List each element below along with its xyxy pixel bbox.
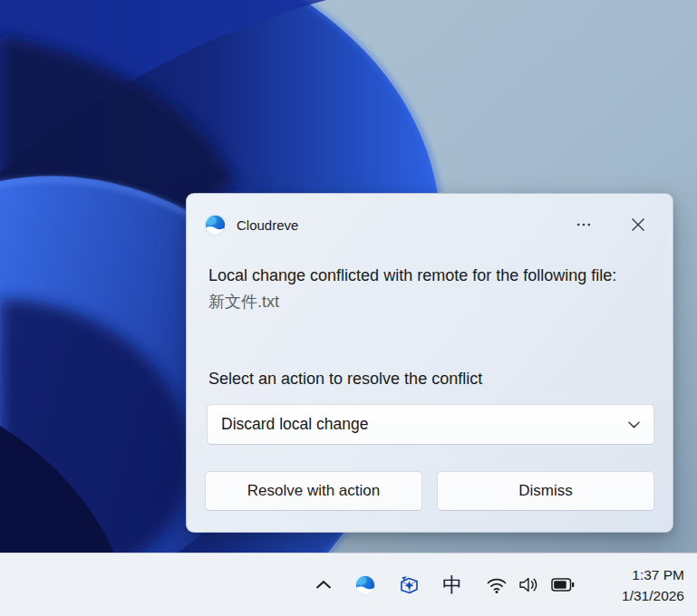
close-icon xyxy=(631,217,645,232)
clock-date: 1/31/2026 xyxy=(587,585,684,606)
show-hidden-icons-button[interactable] xyxy=(313,573,334,598)
taskbar: 中 1:3 xyxy=(0,553,697,616)
action-prompt-label: Select an action to resolve the conflict xyxy=(208,370,658,389)
desktop: Cloudreve Local change conflicted wit xyxy=(0,0,697,616)
toast-app-title: Cloudreve xyxy=(237,217,298,233)
resolve-with-action-button[interactable]: Resolve with action xyxy=(205,471,422,511)
toast-controls xyxy=(572,213,654,236)
conflict-action-dropdown[interactable]: Discard local change xyxy=(207,404,654,445)
more-options-button[interactable] xyxy=(572,213,595,236)
toast-header: Cloudreve xyxy=(204,213,654,236)
dismiss-button[interactable]: Dismiss xyxy=(437,471,654,511)
chevron-down-icon xyxy=(628,421,640,428)
dropdown-selected-value: Discard local change xyxy=(221,415,628,434)
volume-icon xyxy=(518,576,540,593)
wifi-icon xyxy=(486,576,508,594)
system-tray: 中 1:3 xyxy=(313,553,697,616)
battery-icon xyxy=(551,578,575,592)
cube-app-tray-icon[interactable] xyxy=(397,573,421,597)
cloudreve-tray-icon[interactable] xyxy=(354,574,376,596)
cloudreve-notification-toast[interactable]: Cloudreve Local change conflicted wit xyxy=(186,193,673,533)
cloudreve-app-icon xyxy=(204,214,227,236)
conflict-file-name: 新文件.txt xyxy=(208,289,658,315)
chevron-up-icon xyxy=(315,580,333,590)
toast-message: Local change conflicted with remote for … xyxy=(208,263,658,315)
close-button[interactable] xyxy=(626,213,650,236)
conflict-message-text: Local change conflicted with remote for … xyxy=(208,263,658,289)
clock-time: 1:37 PM xyxy=(587,564,684,585)
ellipsis-icon xyxy=(576,222,591,227)
taskbar-clock[interactable]: 1:37 PM 1/31/2026 xyxy=(587,564,684,606)
ime-mode-indicator[interactable]: 中 xyxy=(440,573,465,598)
quick-settings-button[interactable] xyxy=(486,576,575,594)
cloudreve-icon xyxy=(354,574,376,596)
cube-star-icon xyxy=(397,573,421,597)
